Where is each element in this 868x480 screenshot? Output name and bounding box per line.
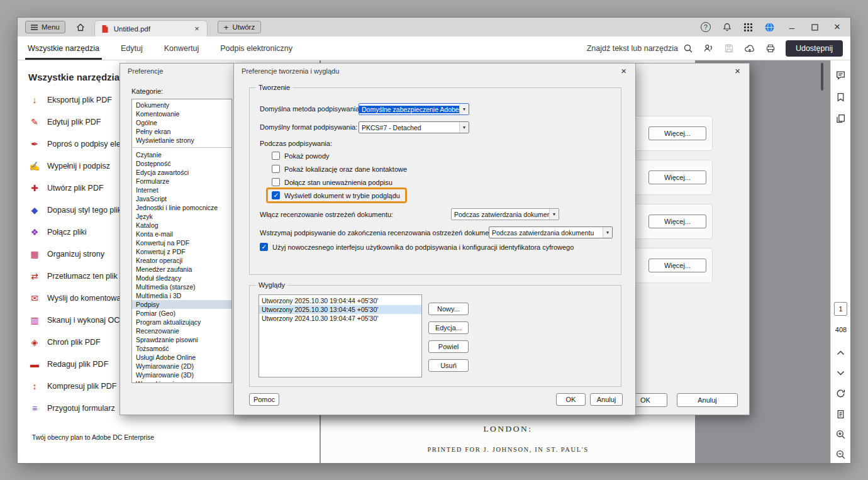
checkbox[interactable] — [272, 191, 280, 199]
zoom-out-icon[interactable] — [835, 449, 846, 460]
category-item[interactable]: Program aktualizujący — [132, 318, 231, 327]
save-icon[interactable] — [724, 43, 734, 53]
checkbox-row[interactable]: Pokaż lokalizację oraz dane kontaktowe — [272, 162, 407, 176]
home-icon[interactable] — [75, 22, 86, 32]
appearance-action-button[interactable]: Usuń — [428, 359, 469, 372]
page-text-line1: LONDON: — [321, 424, 695, 434]
category-item[interactable]: JavaScript — [132, 194, 231, 203]
category-item[interactable]: Wyświetlanie strony — [132, 136, 231, 145]
category-item[interactable]: Moduł śledzący — [132, 274, 231, 282]
menu-button[interactable]: Menu — [25, 21, 65, 33]
category-item[interactable]: Dokumenty — [132, 101, 231, 109]
category-item[interactable]: Tożsamość — [132, 344, 231, 353]
checkbox[interactable] — [272, 152, 280, 160]
toolbar-tab[interactable]: Konwertuj — [162, 36, 202, 60]
category-item[interactable]: Wyszukiwanie — [132, 379, 231, 383]
reading-mode-icon[interactable] — [835, 409, 846, 420]
appearance-action-button[interactable]: Edycja... — [428, 321, 469, 334]
appearance-action-button[interactable]: Nowy... — [428, 303, 469, 315]
modern-ui-checkbox-row[interactable]: Użyj nowoczesnego interfejsu użytkownika… — [260, 243, 574, 251]
bookmarks-panel-icon[interactable] — [835, 92, 846, 103]
category-item[interactable]: Recenzowanie — [132, 327, 231, 335]
cancel-button[interactable]: Anuluj — [590, 393, 623, 406]
share-button[interactable]: Udostępnij — [786, 40, 843, 57]
category-item[interactable]: Sprawdzanie pisowni — [132, 335, 231, 344]
category-item[interactable]: Dostępność — [132, 159, 231, 168]
checkbox[interactable] — [272, 165, 280, 173]
appearance-item[interactable]: Utworzony 2025.10.30 19:04:44 +05'30' — [259, 296, 421, 305]
profile-globe-icon[interactable] — [764, 22, 775, 33]
category-item[interactable]: Konwertuj z PDF — [132, 247, 231, 256]
category-item[interactable]: Konwertuj na PDF — [132, 238, 231, 247]
comments-panel-icon[interactable] — [835, 70, 846, 81]
category-item[interactable]: Konta e-mail — [132, 230, 231, 238]
category-item[interactable]: Multimedia (starsze) — [132, 282, 231, 291]
category-item[interactable]: Pomiar (Geo) — [132, 309, 231, 318]
ok-button[interactable]: OK — [556, 393, 586, 406]
categories-list[interactable]: Dokumenty Komentowanie Ogólne Pełny ekra… — [131, 99, 232, 383]
cloud-upload-icon[interactable] — [744, 43, 755, 53]
appearance-item[interactable]: Utworzony 2025.10.30 13:04:45 +05'30' — [259, 305, 421, 314]
more-button[interactable]: Więcej... — [648, 170, 706, 184]
tab-close-icon[interactable]: × — [193, 24, 201, 33]
category-item[interactable]: Katalog — [132, 221, 231, 230]
vertical-scrollbar[interactable] — [821, 63, 823, 91]
more-button[interactable]: Więcej... — [648, 215, 706, 228]
checkbox-row[interactable]: Dołącz stan unieważnienia podpisu — [272, 176, 407, 189]
toolbar-tab[interactable]: Wszystkie narzędzia — [25, 36, 102, 60]
preferences-cancel-button[interactable]: Anuluj — [677, 393, 738, 407]
category-item[interactable]: Edycja zawartości — [132, 168, 231, 177]
page-up-icon[interactable] — [835, 349, 846, 357]
read-aloud-icon[interactable] — [703, 43, 714, 53]
signing-format-dropdown[interactable]: PKCS#7 - Detached ▾ — [359, 121, 469, 133]
appearance-list[interactable]: Utworzony 2025.10.30 19:04:44 +05'30' Ut… — [259, 294, 422, 377]
maximize-button[interactable] — [809, 24, 820, 31]
attachments-panel-icon[interactable] — [835, 113, 846, 124]
refresh-icon[interactable] — [835, 388, 846, 399]
appearance-item[interactable]: Utworzony 2024.10.30 19:04:47 +05'30' — [259, 314, 421, 323]
category-item[interactable]: Wymiarowanie (2D) — [132, 362, 231, 371]
appearance-action-button[interactable]: Powiel — [428, 340, 469, 353]
create-tab-button[interactable]: + Utwórz — [218, 21, 261, 33]
category-item[interactable]: Menedżer zaufania — [132, 265, 231, 274]
toolbar-tab[interactable]: Edytuj — [118, 36, 145, 60]
pause-signing-dropdown[interactable]: Podczas zatwierdzania dokumentu ▾ — [489, 226, 613, 238]
checkbox-row[interactable]: Wyświetl dokument w trybie podglądu — [266, 187, 407, 203]
page-down-icon[interactable] — [835, 369, 846, 377]
more-button[interactable]: Więcej... — [648, 126, 706, 140]
category-item[interactable]: Jednostki i linie pomocnicze — [132, 203, 231, 212]
category-item[interactable]: Internet — [132, 186, 231, 194]
category-item[interactable]: Wymiarowanie (3D) — [132, 371, 231, 379]
review-warnings-dropdown[interactable]: Podczas zatwierdzania dokumentu ▾ — [451, 208, 559, 220]
category-item[interactable]: Podpisy — [132, 300, 231, 309]
toolbar-tab[interactable]: Podpis elektroniczny — [218, 36, 295, 60]
category-item[interactable]: Usługi Adobe Online — [132, 353, 231, 362]
checkbox[interactable] — [272, 178, 280, 186]
print-icon[interactable] — [765, 43, 776, 53]
checkbox[interactable] — [260, 243, 268, 251]
help-button[interactable]: Pomoc — [249, 393, 279, 406]
creation-dialog-close-icon[interactable]: × — [618, 65, 629, 76]
category-item[interactable]: Pełny ekran — [132, 127, 231, 136]
category-item[interactable]: Formularze — [132, 177, 231, 186]
checkbox-row[interactable]: Pokaż powody — [272, 149, 407, 162]
notifications-bell-icon[interactable] — [722, 22, 732, 32]
preferences-close-icon[interactable]: × — [732, 65, 743, 76]
more-button[interactable]: Więcej... — [648, 259, 706, 272]
current-page-input[interactable]: 1 — [834, 302, 847, 316]
category-item[interactable]: Czytanie — [132, 150, 231, 159]
help-icon[interactable]: ? — [701, 22, 711, 32]
apps-grid-icon[interactable] — [743, 23, 753, 32]
zoom-in-icon[interactable] — [835, 429, 846, 440]
document-tab[interactable]: Untitled.pdf × — [94, 20, 208, 36]
signing-method-dropdown[interactable]: Domyślne zabezpieczenie Adobe ▾ — [359, 103, 469, 115]
category-item[interactable]: Język — [132, 212, 231, 221]
minimize-button[interactable]: – — [786, 22, 798, 33]
category-item[interactable]: Multimedia i 3D — [132, 291, 231, 300]
window-close-button[interactable]: × — [832, 21, 843, 33]
category-item[interactable]: Ogólne — [132, 118, 231, 127]
category-item[interactable]: Kreator operacji — [132, 256, 231, 265]
search-box[interactable]: Znajdź tekst lub narzędzia — [587, 43, 693, 53]
plan-text: Twój obecny plan to Adobe DC Enterprise — [30, 433, 156, 442]
category-item[interactable]: Komentowanie — [132, 109, 231, 118]
